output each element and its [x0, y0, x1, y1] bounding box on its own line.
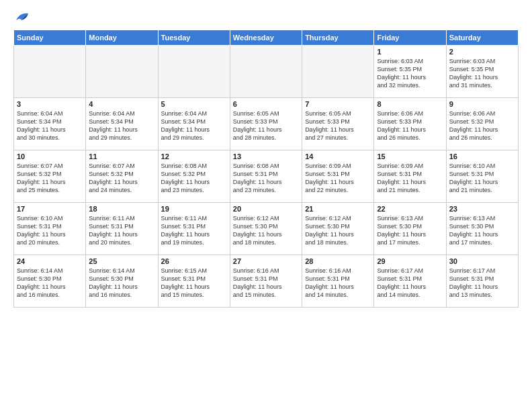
week-row-3: 10Sunrise: 6:07 AM Sunset: 5:32 PM Dayli… [14, 150, 519, 203]
day-info: Sunrise: 6:06 AM Sunset: 5:32 PM Dayligh… [449, 109, 515, 142]
day-number: 14 [305, 152, 371, 161]
day-info: Sunrise: 6:04 AM Sunset: 5:34 PM Dayligh… [17, 109, 83, 142]
calendar-cell: 17Sunrise: 6:10 AM Sunset: 5:31 PM Dayli… [14, 203, 86, 255]
weekday-header-tuesday: Tuesday [158, 30, 230, 46]
calendar-cell: 11Sunrise: 6:07 AM Sunset: 5:32 PM Dayli… [86, 150, 158, 203]
day-info: Sunrise: 6:13 AM Sunset: 5:30 PM Dayligh… [449, 214, 515, 247]
day-number: 28 [305, 257, 371, 265]
day-number: 25 [89, 257, 154, 265]
calendar-cell: 16Sunrise: 6:10 AM Sunset: 5:31 PM Dayli… [446, 150, 518, 203]
day-info: Sunrise: 6:16 AM Sunset: 5:31 PM Dayligh… [305, 267, 371, 300]
calendar-cell: 23Sunrise: 6:13 AM Sunset: 5:30 PM Dayli… [446, 203, 518, 255]
day-number: 9 [449, 100, 515, 108]
day-number: 2 [449, 48, 515, 56]
day-number: 5 [161, 100, 227, 108]
calendar-cell: 29Sunrise: 6:17 AM Sunset: 5:31 PM Dayli… [374, 255, 446, 308]
day-number: 21 [305, 205, 371, 213]
day-info: Sunrise: 6:13 AM Sunset: 5:30 PM Dayligh… [377, 214, 443, 247]
day-number: 10 [17, 152, 83, 161]
calendar-cell: 30Sunrise: 6:17 AM Sunset: 5:31 PM Dayli… [446, 255, 518, 308]
calendar-cell: 13Sunrise: 6:08 AM Sunset: 5:31 PM Dayli… [230, 150, 302, 203]
day-info: Sunrise: 6:04 AM Sunset: 5:34 PM Dayligh… [89, 109, 154, 142]
weekday-header-wednesday: Wednesday [230, 30, 302, 46]
calendar-cell: 20Sunrise: 6:12 AM Sunset: 5:30 PM Dayli… [230, 203, 302, 255]
day-number: 3 [17, 100, 83, 108]
calendar-cell: 25Sunrise: 6:14 AM Sunset: 5:30 PM Dayli… [86, 255, 158, 308]
day-info: Sunrise: 6:09 AM Sunset: 5:31 PM Dayligh… [377, 162, 443, 195]
day-number: 23 [449, 205, 515, 213]
day-info: Sunrise: 6:14 AM Sunset: 5:30 PM Dayligh… [89, 267, 154, 300]
calendar-cell: 8Sunrise: 6:06 AM Sunset: 5:33 PM Daylig… [374, 98, 446, 150]
day-info: Sunrise: 6:06 AM Sunset: 5:33 PM Dayligh… [377, 109, 443, 142]
day-number: 27 [233, 257, 299, 265]
page: SundayMondayTuesdayWednesdayThursdayFrid… [0, 0, 532, 411]
day-number: 11 [89, 152, 154, 161]
day-info: Sunrise: 6:16 AM Sunset: 5:31 PM Dayligh… [233, 267, 299, 300]
day-number: 29 [377, 257, 443, 265]
day-info: Sunrise: 6:17 AM Sunset: 5:31 PM Dayligh… [377, 267, 443, 300]
week-row-5: 24Sunrise: 6:14 AM Sunset: 5:30 PM Dayli… [14, 255, 519, 308]
day-number: 18 [89, 205, 154, 213]
week-row-1: 1Sunrise: 6:03 AM Sunset: 5:35 PM Daylig… [14, 46, 519, 98]
day-number: 7 [305, 100, 371, 108]
day-info: Sunrise: 6:09 AM Sunset: 5:31 PM Dayligh… [305, 162, 371, 195]
calendar-cell: 6Sunrise: 6:05 AM Sunset: 5:33 PM Daylig… [230, 98, 302, 150]
day-number: 17 [17, 205, 83, 213]
calendar-cell: 14Sunrise: 6:09 AM Sunset: 5:31 PM Dayli… [302, 150, 374, 203]
calendar-cell: 19Sunrise: 6:11 AM Sunset: 5:31 PM Dayli… [158, 203, 230, 255]
calendar-cell: 21Sunrise: 6:12 AM Sunset: 5:30 PM Dayli… [302, 203, 374, 255]
day-info: Sunrise: 6:10 AM Sunset: 5:31 PM Dayligh… [17, 214, 83, 247]
calendar-cell: 10Sunrise: 6:07 AM Sunset: 5:32 PM Dayli… [14, 150, 86, 203]
day-number: 13 [233, 152, 299, 161]
day-number: 6 [233, 100, 299, 108]
day-number: 12 [161, 152, 227, 161]
calendar-cell [302, 46, 374, 98]
day-number: 4 [89, 100, 154, 108]
day-info: Sunrise: 6:07 AM Sunset: 5:32 PM Dayligh… [17, 162, 83, 195]
day-info: Sunrise: 6:11 AM Sunset: 5:31 PM Dayligh… [161, 214, 227, 247]
day-info: Sunrise: 6:08 AM Sunset: 5:32 PM Dayligh… [161, 162, 227, 195]
calendar-cell: 2Sunrise: 6:03 AM Sunset: 5:35 PM Daylig… [446, 46, 518, 98]
weekday-header-sunday: Sunday [14, 30, 86, 46]
calendar-cell: 22Sunrise: 6:13 AM Sunset: 5:30 PM Dayli… [374, 203, 446, 255]
day-info: Sunrise: 6:05 AM Sunset: 5:33 PM Dayligh… [233, 109, 299, 142]
day-info: Sunrise: 6:03 AM Sunset: 5:35 PM Dayligh… [377, 57, 443, 90]
calendar-cell: 27Sunrise: 6:16 AM Sunset: 5:31 PM Dayli… [230, 255, 302, 308]
day-info: Sunrise: 6:17 AM Sunset: 5:31 PM Dayligh… [449, 267, 515, 300]
calendar-cell: 9Sunrise: 6:06 AM Sunset: 5:32 PM Daylig… [446, 98, 518, 150]
calendar-cell [14, 46, 86, 98]
day-info: Sunrise: 6:03 AM Sunset: 5:35 PM Dayligh… [449, 57, 515, 90]
day-info: Sunrise: 6:12 AM Sunset: 5:30 PM Dayligh… [233, 214, 299, 247]
day-info: Sunrise: 6:04 AM Sunset: 5:34 PM Dayligh… [161, 109, 227, 142]
day-info: Sunrise: 6:05 AM Sunset: 5:33 PM Dayligh… [305, 109, 371, 142]
header [13, 11, 519, 23]
day-number: 26 [161, 257, 227, 265]
day-number: 19 [161, 205, 227, 213]
day-number: 15 [377, 152, 443, 161]
calendar-cell: 26Sunrise: 6:15 AM Sunset: 5:31 PM Dayli… [158, 255, 230, 308]
day-number: 24 [17, 257, 83, 265]
weekday-header-thursday: Thursday [302, 30, 374, 46]
day-number: 22 [377, 205, 443, 213]
day-number: 16 [449, 152, 515, 161]
day-info: Sunrise: 6:12 AM Sunset: 5:30 PM Dayligh… [305, 214, 371, 247]
day-info: Sunrise: 6:08 AM Sunset: 5:31 PM Dayligh… [233, 162, 299, 195]
calendar-table: SundayMondayTuesdayWednesdayThursdayFrid… [13, 30, 519, 308]
weekday-header-monday: Monday [86, 30, 158, 46]
weekday-header-friday: Friday [374, 30, 446, 46]
day-number: 30 [449, 257, 515, 265]
calendar-cell: 15Sunrise: 6:09 AM Sunset: 5:31 PM Dayli… [374, 150, 446, 203]
week-row-4: 17Sunrise: 6:10 AM Sunset: 5:31 PM Dayli… [14, 203, 519, 255]
calendar-cell [86, 46, 158, 98]
day-info: Sunrise: 6:11 AM Sunset: 5:31 PM Dayligh… [89, 214, 154, 247]
day-number: 1 [377, 48, 443, 56]
calendar-cell: 1Sunrise: 6:03 AM Sunset: 5:35 PM Daylig… [374, 46, 446, 98]
day-number: 8 [377, 100, 443, 108]
weekday-header-row: SundayMondayTuesdayWednesdayThursdayFrid… [14, 30, 519, 46]
calendar-cell: 3Sunrise: 6:04 AM Sunset: 5:34 PM Daylig… [14, 98, 86, 150]
day-number: 20 [233, 205, 299, 213]
calendar-cell [158, 46, 230, 98]
calendar-cell: 4Sunrise: 6:04 AM Sunset: 5:34 PM Daylig… [86, 98, 158, 150]
day-info: Sunrise: 6:07 AM Sunset: 5:32 PM Dayligh… [89, 162, 154, 195]
calendar-cell: 12Sunrise: 6:08 AM Sunset: 5:32 PM Dayli… [158, 150, 230, 203]
